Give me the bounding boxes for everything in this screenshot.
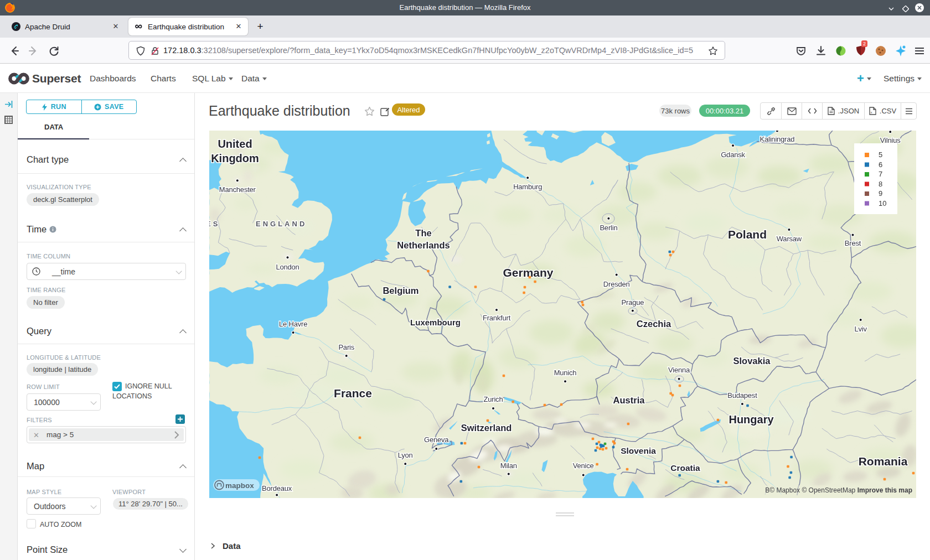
svg-text:7: 7 [879, 170, 882, 178]
svg-text:Poland: Poland [728, 228, 767, 241]
svg-text:Austria: Austria [613, 395, 645, 405]
svg-text:Geneva: Geneva [424, 435, 449, 444]
svg-text:Frankfurt: Frankfurt [483, 314, 511, 322]
svg-text:5: 5 [879, 151, 882, 159]
svg-text:Luxembourg: Luxembourg [410, 318, 461, 327]
svg-text:Bordeaux: Bordeaux [262, 484, 292, 492]
svg-text:mapbox: mapbox [225, 481, 254, 490]
svg-text:6: 6 [879, 160, 882, 169]
svg-text:9: 9 [879, 189, 882, 198]
svg-text:Munich: Munich [554, 369, 577, 377]
svg-text:Switzerland: Switzerland [461, 423, 512, 433]
svg-text:Lviv: Lviv [855, 325, 867, 333]
svg-text:Kaliningrad: Kaliningrad [760, 135, 794, 143]
svg-text:The: The [415, 228, 431, 238]
svg-text:Hamburg: Hamburg [513, 183, 542, 191]
svg-text:Czechia: Czechia [637, 319, 671, 329]
svg-text:Kingdom: Kingdom [211, 152, 259, 164]
svg-text:8: 8 [879, 180, 882, 188]
svg-text:Romania: Romania [859, 455, 908, 468]
svg-text:10: 10 [879, 199, 886, 208]
svg-text:Brest: Brest [845, 239, 861, 247]
svg-text:B© Mapbox © OpenStreetMap Impr: B© Mapbox © OpenStreetMap Improve this m… [765, 486, 912, 494]
svg-text:Gdansk: Gdansk [721, 151, 745, 159]
svg-text:Slovenia: Slovenia [621, 446, 656, 455]
svg-text:Vilnius: Vilnius [880, 136, 901, 144]
svg-text:Budapest: Budapest [727, 391, 757, 400]
svg-text:Slovakia: Slovakia [733, 356, 771, 366]
svg-text:Warsaw: Warsaw [777, 235, 802, 243]
svg-text:Venice: Venice [573, 462, 594, 470]
svg-text:Croatia: Croatia [670, 463, 700, 473]
svg-text:ENGLAND: ENGLAND [256, 220, 307, 228]
svg-text:Germany: Germany [503, 266, 553, 279]
svg-text:Manchester: Manchester [219, 185, 256, 194]
svg-text:ES: ES [209, 220, 220, 228]
svg-text:Prague: Prague [622, 298, 644, 307]
svg-text:Hungary: Hungary [728, 413, 774, 426]
svg-text:Dresden: Dresden [603, 280, 630, 288]
svg-text:Belgium: Belgium [383, 286, 418, 295]
svg-text:Netherlands: Netherlands [397, 240, 450, 250]
svg-text:Lyon: Lyon [398, 451, 413, 459]
svg-text:Milan: Milan [500, 462, 517, 470]
svg-text:United: United [218, 138, 252, 150]
svg-text:London: London [276, 263, 299, 271]
svg-text:Vienna: Vienna [668, 366, 690, 374]
svg-text:Zurich: Zurich [484, 395, 503, 403]
svg-text:France: France [334, 387, 372, 400]
svg-text:x: x [870, 111, 872, 114]
svg-text:Berlin: Berlin [600, 224, 617, 232]
svg-text:Paris: Paris [338, 343, 354, 351]
svg-text:Superset: Superset [32, 72, 81, 85]
svg-text:Le Havre: Le Havre [279, 320, 307, 328]
